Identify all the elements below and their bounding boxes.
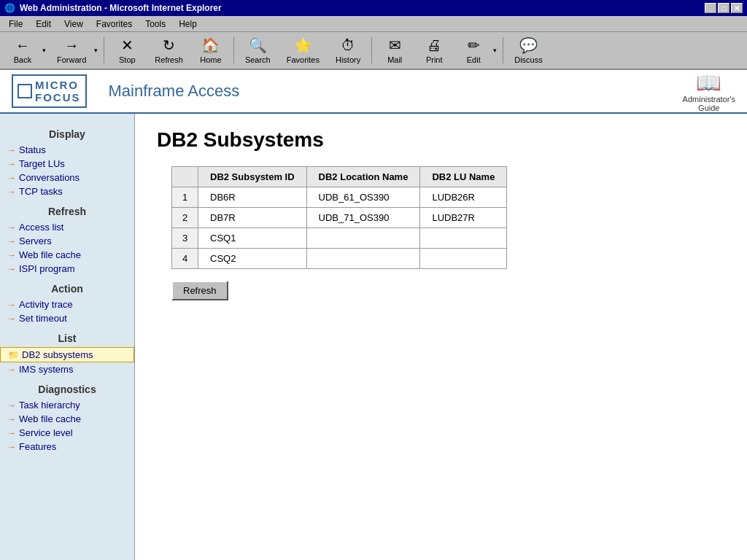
sidebar-section-diagnostics: Diagnostics [0, 384, 134, 395]
mail-label: Mail [387, 55, 402, 64]
logo-box: MICRO FOCUS [12, 74, 87, 108]
sidebar-item-db2-subsystems[interactable]: 📁 DB2 subsystems [0, 347, 134, 362]
sidebar-section-display: Display [0, 128, 134, 140]
header-strip: MICRO FOCUS Mainframe Access 📖 Administr… [0, 70, 747, 114]
header-logo-area: MICRO FOCUS Mainframe Access [12, 74, 239, 108]
table-header-lu: DB2 LU Name [420, 167, 507, 187]
sidebar-item-status[interactable]: → Status [0, 143, 134, 157]
sidebar-item-set-timeout[interactable]: → Set timeout [0, 311, 134, 325]
header-title: Mainframe Access [109, 82, 240, 101]
sidebar-item-web-file-cache-refresh[interactable]: → Web file cache [0, 248, 134, 262]
sidebar-item-tcp-tasks[interactable]: → TCP tasks [0, 184, 134, 198]
arrow-icon: → [7, 314, 16, 324]
arrow-icon: → [7, 145, 16, 155]
content-area: DB2 Subsystems DB2 Subsystem ID DB2 Loca… [135, 114, 747, 560]
sidebar-item-access-list[interactable]: → Access list [0, 220, 134, 234]
edit-group: ✏ Edit ▾ [455, 34, 498, 66]
titlebar-controls[interactable]: _ □ ✕ [705, 3, 743, 13]
sidebar-item-features[interactable]: → Features [0, 440, 134, 454]
arrow-icon: → [7, 222, 16, 233]
history-button[interactable]: ⏱ History [329, 34, 367, 66]
menu-bar: File Edit View Favorites Tools Help [0, 16, 747, 32]
row-id-1: DB7R [198, 208, 307, 228]
arrow-icon: → [7, 173, 16, 183]
admin-guide-link[interactable]: 📖 Administrator's Guide [683, 71, 735, 112]
refresh-button[interactable]: Refresh [171, 281, 228, 300]
row-num-3: 4 [172, 249, 198, 269]
table-row: 2 DB7R UDB_71_OS390 LUDB27R [172, 208, 507, 228]
refresh-toolbar-label: Refresh [155, 55, 183, 64]
edit-label: Edit [467, 55, 481, 64]
discuss-icon: 💬 [519, 36, 538, 54]
back-arrow[interactable]: ▾ [41, 34, 47, 66]
home-button[interactable]: 🏠 Home [193, 34, 229, 66]
close-button[interactable]: ✕ [731, 3, 743, 13]
sidebar-item-conversations[interactable]: → Conversations [0, 171, 134, 184]
row-lu-3 [420, 249, 507, 269]
sidebar-item-servers[interactable]: → Servers [0, 234, 134, 248]
menu-file[interactable]: File [3, 18, 28, 31]
row-lu-1: LUDB27R [420, 208, 507, 228]
stop-label: Stop [119, 55, 136, 64]
row-num-0: 1 [172, 187, 198, 208]
forward-arrow[interactable]: ▾ [93, 34, 99, 66]
arrow-icon: → [7, 236, 16, 246]
arrow-icon: → [7, 400, 16, 411]
guide-label2: Guide [698, 104, 719, 112]
sidebar-item-target-lus[interactable]: → Target LUs [0, 157, 134, 171]
row-location-0: UDB_61_OS390 [306, 187, 420, 208]
stop-button[interactable]: ✕ Stop [109, 34, 145, 66]
discuss-button[interactable]: 💬 Discuss [508, 34, 549, 66]
arrow-icon: → [7, 264, 16, 274]
maximize-button[interactable]: □ [718, 3, 729, 13]
edit-button[interactable]: ✏ Edit [455, 34, 492, 66]
toolbar-sep-3 [371, 37, 372, 63]
forward-button[interactable]: → Forward [50, 34, 93, 66]
refresh-icon: ↻ [163, 36, 175, 54]
sidebar-item-web-file-cache-diag[interactable]: → Web file cache [0, 412, 134, 426]
home-icon: 🏠 [201, 36, 220, 54]
edit-arrow[interactable]: ▾ [492, 34, 498, 66]
sidebar-item-service-level[interactable]: → Service level [0, 426, 134, 440]
sidebar-item-ispi-program[interactable]: → ISPI program [0, 262, 134, 276]
back-icon: ← [15, 37, 30, 54]
db2-table: DB2 Subsystem ID DB2 Location Name DB2 L… [171, 166, 507, 269]
print-icon: 🖨 [427, 37, 441, 54]
window-titlebar: 🌐 Web Administration - Microsoft Interne… [0, 0, 747, 16]
table-row: 1 DB6R UDB_61_OS390 LUDB26R [172, 187, 507, 208]
menu-favorites[interactable]: Favorites [90, 18, 138, 31]
search-button[interactable]: 🔍 Search [239, 34, 277, 66]
favorites-button[interactable]: ⭐ Favorites [280, 34, 326, 66]
menu-edit[interactable]: Edit [30, 18, 57, 31]
table-row: 4 CSQ2 [172, 249, 507, 269]
minimize-button[interactable]: _ [705, 3, 716, 13]
back-button[interactable]: ← Back [4, 34, 41, 66]
table-header-location: DB2 Location Name [306, 167, 420, 187]
row-num-1: 2 [172, 208, 198, 228]
home-label: Home [200, 55, 221, 64]
toolbar-sep-1 [104, 37, 104, 63]
row-id-2: CSQ1 [198, 228, 307, 249]
sidebar-item-task-hierarchy[interactable]: → Task hierarchy [0, 398, 134, 412]
sidebar-item-activity-trace[interactable]: → Activity trace [0, 298, 134, 311]
toolbar: ← Back ▾ → Forward ▾ ✕ Stop ↻ Refresh 🏠 … [0, 32, 747, 70]
history-label: History [336, 55, 360, 64]
logo-focus: FOCUS [35, 91, 81, 104]
forward-label: Forward [57, 55, 86, 64]
print-button[interactable]: 🖨 Print [416, 34, 452, 66]
arrow-icon: → [7, 250, 16, 260]
sidebar-item-ims-systems[interactable]: → IMS systems [0, 362, 134, 376]
favorites-label: Favorites [287, 55, 320, 64]
arrow-icon: → [7, 365, 16, 375]
search-icon: 🔍 [249, 36, 267, 54]
refresh-toolbar-button[interactable]: ↻ Refresh [148, 34, 190, 66]
sidebar-section-list: List [0, 332, 134, 344]
arrow-icon: → [7, 187, 16, 197]
arrow-icon: → [7, 428, 16, 438]
menu-tools[interactable]: Tools [139, 18, 171, 31]
back-group: ← Back ▾ [4, 34, 47, 66]
menu-view[interactable]: View [58, 18, 89, 31]
menu-help[interactable]: Help [173, 18, 203, 31]
mail-button[interactable]: ✉ Mail [376, 34, 413, 66]
logo-micro: MICRO [35, 79, 81, 91]
